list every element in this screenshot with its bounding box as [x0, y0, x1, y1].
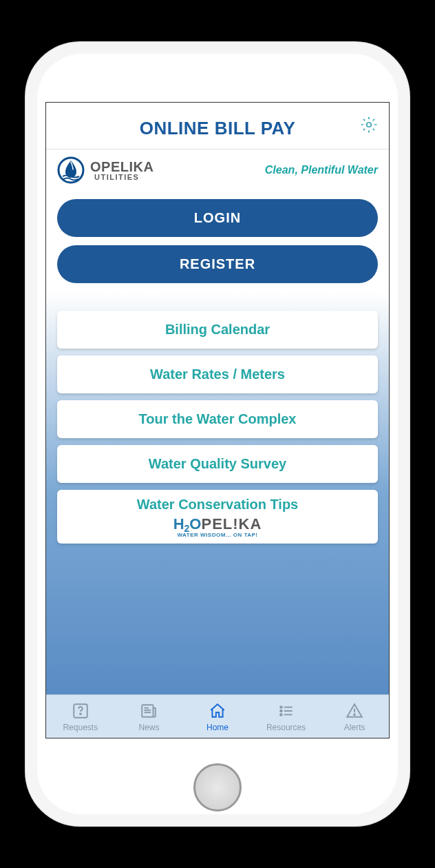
app-screen: ONLINE BILL PAY: [45, 102, 390, 738]
tab-resources[interactable]: Resources: [252, 695, 321, 738]
svg-point-15: [354, 714, 355, 716]
link-water-rates[interactable]: Water Rates / Meters: [57, 355, 378, 393]
app-header: ONLINE BILL PAY: [46, 103, 389, 149]
settings-button[interactable]: [360, 116, 378, 136]
link-conservation-tips[interactable]: Water Conservation Tips H 2 O PEL!KA WAT…: [57, 490, 378, 544]
brand-row: OPELIKA UTILITIES Clean, Plentiful Water: [46, 149, 389, 191]
link-quality-survey[interactable]: Water Quality Survey: [57, 445, 378, 483]
svg-point-3: [80, 713, 81, 714]
svg-point-0: [367, 122, 372, 127]
tab-alerts[interactable]: Alerts: [320, 695, 389, 738]
brand-name: OPELIKA: [90, 160, 153, 174]
phone-bezel: ONLINE BILL PAY: [37, 54, 398, 814]
link-label: Water Rates / Meters: [68, 366, 367, 382]
home-icon: [209, 702, 226, 720]
tab-label: Resources: [266, 723, 306, 732]
svg-rect-4: [142, 705, 153, 716]
brand-subname: UTILITIES: [94, 174, 153, 181]
brand-tagline: Clean, Plentiful Water: [265, 164, 378, 176]
quick-links: Billing Calendar Water Rates / Meters To…: [57, 311, 378, 544]
phone-device-frame: ONLINE BILL PAY: [25, 41, 410, 827]
link-label: Water Quality Survey: [68, 456, 367, 472]
tab-requests[interactable]: Requests: [46, 695, 115, 738]
tab-label: Requests: [63, 723, 98, 732]
register-button[interactable]: REGISTER: [57, 245, 378, 283]
link-label: Billing Calendar: [68, 322, 367, 338]
tab-label: News: [138, 723, 159, 732]
main-content: LOGIN REGISTER Billing Calendar Water Ra…: [46, 191, 389, 694]
link-label: Water Conservation Tips: [68, 497, 367, 513]
link-tour-complex[interactable]: Tour the Water Complex: [57, 400, 378, 438]
question-box-icon: [72, 702, 89, 720]
tab-label: Alerts: [344, 723, 365, 732]
water-drop-icon: [57, 156, 85, 184]
h2opelika-logo: H 2 O PEL!KA: [68, 515, 367, 533]
login-button[interactable]: LOGIN: [57, 199, 378, 237]
gear-icon: [360, 116, 378, 134]
tab-home[interactable]: Home: [183, 695, 252, 738]
svg-point-10: [280, 714, 282, 716]
list-icon: [277, 702, 295, 720]
tab-label: Home: [206, 723, 229, 732]
brand-text: OPELIKA UTILITIES: [90, 160, 153, 181]
link-billing-calendar[interactable]: Billing Calendar: [57, 311, 378, 349]
phone-home-button[interactable]: [193, 763, 242, 812]
bottom-tab-bar: Requests News: [46, 694, 389, 738]
newspaper-icon: [140, 702, 158, 720]
svg-point-9: [280, 710, 282, 712]
brand-logo: OPELIKA UTILITIES: [57, 156, 153, 184]
link-label: Tour the Water Complex: [68, 411, 367, 427]
page-title: ONLINE BILL PAY: [140, 118, 296, 139]
alert-triangle-icon: [346, 702, 363, 720]
tab-news[interactable]: News: [115, 695, 184, 738]
h2opelika-tagline: WATER WISDOM... ON TAP!: [68, 532, 367, 538]
svg-point-8: [280, 706, 282, 708]
